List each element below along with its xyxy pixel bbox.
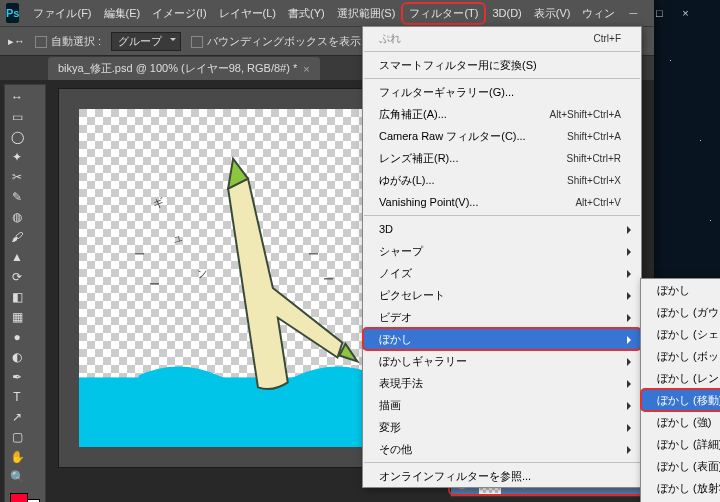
menu-adaptive-wide[interactable]: 広角補正(A)...Alt+Shift+Ctrl+A bbox=[363, 103, 641, 125]
submenu-lens-blur[interactable]: ぼかし (レンズ)... bbox=[641, 367, 720, 389]
menu-other[interactable]: その他 bbox=[363, 438, 641, 460]
menubar: Ps ファイル(F) 編集(E) イメージ(I) レイヤー(L) 書式(Y) 選… bbox=[0, 0, 654, 26]
menu-pixelate[interactable]: ピクセレート bbox=[363, 284, 641, 306]
maximize-button[interactable]: □ bbox=[647, 4, 671, 22]
pen-tool[interactable]: ✒ bbox=[8, 368, 26, 386]
stamp-tool[interactable]: ▲ bbox=[8, 248, 26, 266]
menu-liquify[interactable]: ゆがみ(L)...Shift+Ctrl+X bbox=[363, 169, 641, 191]
submenu-shape-blur[interactable]: ぼかし (シェイプ)... bbox=[641, 323, 720, 345]
menu-image[interactable]: イメージ(I) bbox=[146, 2, 212, 25]
move-tool-icon: ▸↔ bbox=[8, 35, 25, 48]
menu-filter[interactable]: フィルター(T) bbox=[401, 2, 486, 25]
svg-text:ー: ー bbox=[149, 278, 160, 290]
submenu-surface-blur[interactable]: ぼかし (表面)... bbox=[641, 455, 720, 477]
menu-blur[interactable]: ぼかし bbox=[363, 328, 641, 350]
menu-noise[interactable]: ノイズ bbox=[363, 262, 641, 284]
menu-edit[interactable]: 編集(E) bbox=[98, 2, 147, 25]
document-tab-title: bikya_修正.psd @ 100% (レイヤー98, RGB/8#) * bbox=[58, 61, 297, 76]
blur-submenu: ぼかし ぼかし (ガウス)... ぼかし (シェイプ)... ぼかし (ボックス… bbox=[640, 278, 720, 502]
marquee-tool[interactable]: ▭ bbox=[8, 108, 26, 126]
menu-type[interactable]: 書式(Y) bbox=[282, 2, 331, 25]
svg-text:ギ: ギ bbox=[151, 196, 165, 210]
minimize-button[interactable]: ─ bbox=[621, 4, 645, 22]
menu-camera-raw[interactable]: Camera Raw フィルター(C)...Shift+Ctrl+A bbox=[363, 125, 641, 147]
menu-convert-smart[interactable]: スマートフィルター用に変換(S) bbox=[363, 54, 641, 76]
brush-tool[interactable]: 🖌 bbox=[8, 228, 26, 246]
menu-layer[interactable]: レイヤー(L) bbox=[213, 2, 282, 25]
gradient-tool[interactable]: ▦ bbox=[8, 308, 26, 326]
menu-3d[interactable]: 3D bbox=[363, 218, 641, 240]
menu-3d[interactable]: 3D(D) bbox=[486, 3, 527, 23]
svg-text:ン: ン bbox=[196, 265, 210, 279]
menu-video[interactable]: ビデオ bbox=[363, 306, 641, 328]
close-button[interactable]: × bbox=[673, 4, 697, 22]
crop-tool[interactable]: ✂ bbox=[8, 168, 26, 186]
ps-logo[interactable]: Ps bbox=[6, 3, 19, 23]
auto-select-dropdown[interactable]: グループ bbox=[111, 32, 181, 51]
eraser-tool[interactable]: ◧ bbox=[8, 288, 26, 306]
type-tool[interactable]: T bbox=[8, 388, 26, 406]
submenu-smart-blur[interactable]: ぼかし (詳細)... bbox=[641, 433, 720, 455]
svg-text:ー: ー bbox=[308, 248, 319, 260]
color-swatches[interactable] bbox=[8, 491, 42, 502]
bbox-checkbox[interactable]: バウンディングボックスを表示 bbox=[191, 34, 361, 49]
shape-tool[interactable]: ▢ bbox=[8, 428, 26, 446]
lasso-tool[interactable]: ◯ bbox=[8, 128, 26, 146]
svg-text:ュ: ュ bbox=[171, 231, 185, 245]
menu-last-filter: ぷれCtrl+F bbox=[363, 27, 641, 49]
blur-tool[interactable]: ● bbox=[8, 328, 26, 346]
submenu-blur-more[interactable]: ぼかし (強) bbox=[641, 411, 720, 433]
menu-view[interactable]: 表示(V) bbox=[528, 2, 577, 25]
submenu-radial-blur[interactable]: ぼかし (放射状)... bbox=[641, 477, 720, 499]
submenu-box-blur[interactable]: ぼかし (ボックス)... bbox=[641, 345, 720, 367]
svg-text:ー: ー bbox=[134, 248, 145, 260]
menu-file[interactable]: ファイル(F) bbox=[27, 2, 97, 25]
history-tool[interactable]: ⟳ bbox=[8, 268, 26, 286]
menu-filter-gallery[interactable]: フィルターギャラリー(G)... bbox=[363, 81, 641, 103]
zoom-tool[interactable]: 🔍 bbox=[8, 468, 26, 486]
eyedropper-tool[interactable]: ✎ bbox=[8, 188, 26, 206]
submenu-blur[interactable]: ぼかし bbox=[641, 279, 720, 301]
heal-tool[interactable]: ◍ bbox=[8, 208, 26, 226]
menu-window[interactable]: ウィン bbox=[576, 2, 621, 25]
menu-render[interactable]: 描画 bbox=[363, 394, 641, 416]
document-tab[interactable]: bikya_修正.psd @ 100% (レイヤー98, RGB/8#) * × bbox=[48, 57, 320, 80]
tools-panel: ↔▭ ◯✦ ✂✎ ◍🖌 ▲⟳ ◧▦ ●◐ ✒T ↗▢ ✋🔍 bbox=[4, 84, 46, 502]
menu-lens-correction[interactable]: レンズ補正(R)...Shift+Ctrl+R bbox=[363, 147, 641, 169]
hand-tool[interactable]: ✋ bbox=[8, 448, 26, 466]
dodge-tool[interactable]: ◐ bbox=[8, 348, 26, 366]
wand-tool[interactable]: ✦ bbox=[8, 148, 26, 166]
menu-browse-online[interactable]: オンラインフィルターを参照... bbox=[363, 465, 641, 487]
menu-stylize[interactable]: 表現手法 bbox=[363, 372, 641, 394]
menu-distort[interactable]: 変形 bbox=[363, 416, 641, 438]
move-tool[interactable]: ↔ bbox=[8, 88, 26, 106]
path-tool[interactable]: ↗ bbox=[8, 408, 26, 426]
menu-blur-gallery[interactable]: ぼかしギャラリー bbox=[363, 350, 641, 372]
svg-text:ー: ー bbox=[323, 273, 334, 285]
filter-menu-dropdown: ぷれCtrl+F スマートフィルター用に変換(S) フィルターギャラリー(G).… bbox=[362, 26, 642, 488]
menu-select[interactable]: 選択範囲(S) bbox=[331, 2, 402, 25]
submenu-gaussian-blur[interactable]: ぼかし (ガウス)... bbox=[641, 301, 720, 323]
menu-sharpen[interactable]: シャープ bbox=[363, 240, 641, 262]
auto-select-checkbox[interactable]: 自動選択 : bbox=[35, 34, 101, 49]
close-tab-icon[interactable]: × bbox=[303, 63, 309, 75]
submenu-motion-blur[interactable]: ぼかし (移動)... bbox=[641, 389, 720, 411]
menu-vanishing-point[interactable]: Vanishing Point(V)...Alt+Ctrl+V bbox=[363, 191, 641, 213]
